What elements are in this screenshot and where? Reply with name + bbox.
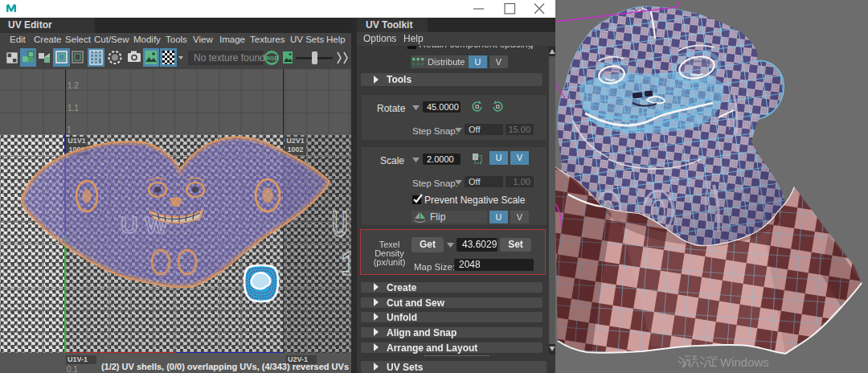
svg-text:No texture found: No texture found (194, 52, 265, 64)
svg-text:Windows: Windows (720, 355, 769, 369)
svg-text:RGB: RGB (266, 55, 279, 61)
